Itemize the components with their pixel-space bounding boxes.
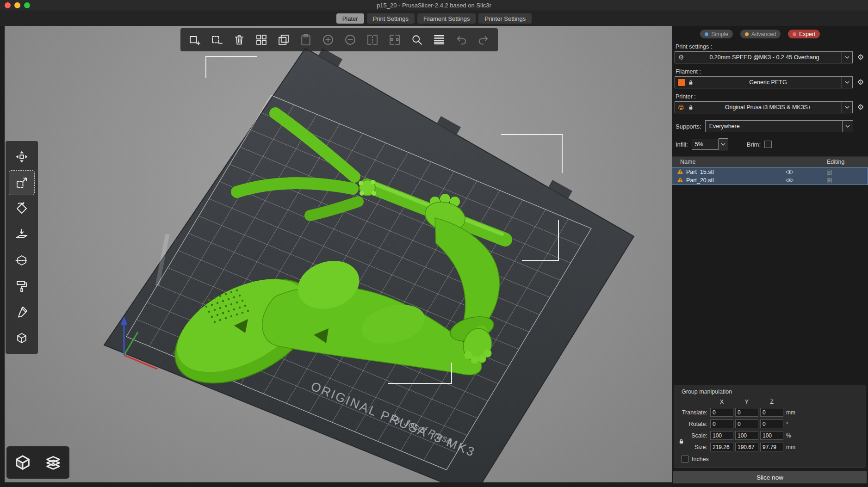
object-list-editing-header: Editing	[803, 159, 868, 165]
right-sidebar: Simple Advanced Expert Print settings : …	[672, 26, 868, 487]
supports-combo[interactable]: Everywhere	[705, 120, 853, 132]
3d-editor-view-button[interactable]	[9, 449, 36, 476]
split-to-parts-button[interactable]	[385, 31, 404, 49]
supports-dropdown-button[interactable]	[842, 121, 853, 132]
object-list-header: Name Editing	[672, 156, 868, 167]
seam-tool-button[interactable]	[9, 300, 34, 324]
3d-viewport[interactable]: ORIGINAL PRUSA i3 MK3 by Josef Prusa	[5, 26, 672, 482]
scale-z-input[interactable]	[760, 431, 783, 440]
split-to-objects-button[interactable]	[363, 31, 382, 49]
supports-value: Everywhere	[706, 123, 842, 129]
group-manipulation-panel: Group manipulation X Y Z Translate: mm R…	[674, 385, 866, 468]
simple-mode-dot-icon	[705, 32, 708, 36]
rotate-x-input[interactable]	[710, 419, 733, 428]
add-instance-button[interactable]	[318, 31, 338, 49]
axis-x-header: X	[710, 399, 733, 405]
inches-checkbox[interactable]	[682, 456, 688, 462]
brim-label: Brim:	[747, 141, 761, 148]
printer-value: Original Prusa i3 MK3S & MK3S+	[694, 104, 842, 111]
mode-simple-button[interactable]: Simple	[700, 30, 733, 38]
object-name: Part_20.stl	[683, 177, 784, 184]
warning-icon	[677, 177, 683, 184]
undo-button[interactable]	[452, 31, 471, 49]
size-x-input[interactable]	[710, 443, 733, 451]
gizmo-toolbar	[6, 141, 38, 354]
search-button[interactable]	[407, 31, 427, 49]
3d-scene[interactable]: ORIGINAL PRUSA i3 MK3 by Josef Prusa	[5, 26, 672, 482]
print-settings-label: Print settings :	[676, 43, 868, 50]
preview-sliced-view-button[interactable]	[40, 449, 67, 476]
variable-layer-height-button[interactable]	[429, 31, 449, 49]
filament-color-swatch	[675, 79, 687, 86]
delete-all-button[interactable]	[229, 31, 249, 49]
rotate-tool-button[interactable]	[9, 197, 34, 221]
remove-instance-button[interactable]	[341, 31, 360, 49]
slice-now-button[interactable]: Slice now	[673, 471, 867, 484]
tab-print-settings[interactable]: Print Settings	[367, 13, 415, 24]
tab-plater[interactable]: Plater	[336, 13, 364, 24]
main-tab-bar: Plater Print Settings Filament Settings …	[0, 11, 868, 26]
rotate-z-input[interactable]	[760, 419, 783, 428]
arrange-button[interactable]	[252, 31, 271, 49]
redo-button[interactable]	[474, 31, 493, 49]
print-settings-dropdown-button[interactable]	[842, 52, 852, 63]
filament-dropdown-button[interactable]	[842, 77, 852, 88]
scale-y-input[interactable]	[735, 431, 758, 440]
translate-label: Translate:	[678, 409, 708, 416]
filament-combo[interactable]: Generic PETG	[675, 76, 853, 88]
filament-value: Generic PETG	[694, 79, 842, 86]
tab-printer-settings[interactable]: Printer Settings	[478, 13, 532, 24]
remove-object-button[interactable]	[207, 31, 227, 49]
printer-combo[interactable]: Original Prusa i3 MK3S & MK3S+	[675, 101, 853, 113]
close-window-button[interactable]	[5, 2, 11, 8]
move-tool-button[interactable]	[9, 145, 34, 169]
object-name: Part_15.stl	[683, 169, 784, 175]
view-mode-toggle	[6, 446, 69, 479]
zoom-window-button[interactable]	[24, 2, 30, 8]
print-settings-combo[interactable]: ⚙ 0.20mm SPEED @MK3 - 0.2 45 Overhang	[675, 51, 853, 63]
mode-expert-button[interactable]: Expert	[788, 30, 820, 38]
axis-headers: X Y Z	[674, 399, 866, 405]
uniform-scale-lock-icon[interactable]	[678, 438, 684, 446]
edit-object-icon[interactable]	[825, 178, 833, 184]
tab-filament-settings[interactable]: Filament Settings	[417, 13, 476, 24]
edit-object-icon[interactable]	[825, 169, 833, 175]
brim-checkbox[interactable]	[764, 141, 772, 148]
infill-value-box[interactable]: 5%	[692, 139, 719, 150]
printer-dropdown-button[interactable]	[842, 102, 852, 113]
supports-label: Supports:	[676, 123, 701, 130]
axis-y-header: Y	[735, 399, 758, 405]
place-on-face-tool-button[interactable]	[9, 222, 34, 247]
camera-cube-button[interactable]	[9, 326, 34, 350]
copy-button[interactable]	[274, 31, 293, 49]
edit-filament-button[interactable]: ⚙	[856, 79, 865, 86]
printer-label: Printer :	[676, 93, 868, 100]
translate-y-input[interactable]	[735, 408, 758, 417]
infill-dropdown-button[interactable]	[719, 138, 728, 150]
minimize-window-button[interactable]	[14, 2, 20, 8]
object-list-row-part-20[interactable]: Part_20.stl	[672, 176, 868, 185]
visibility-eye-icon[interactable]	[784, 169, 794, 175]
object-list-row-part-15[interactable]: Part_15.stl	[672, 168, 868, 176]
scale-x-input[interactable]	[710, 431, 733, 440]
edit-print-settings-button[interactable]: ⚙	[856, 54, 865, 61]
paste-button[interactable]	[296, 31, 316, 49]
traffic-lights	[5, 0, 30, 11]
size-y-input[interactable]	[735, 443, 758, 451]
cut-tool-button[interactable]	[9, 248, 34, 272]
rotate-y-input[interactable]	[735, 419, 758, 428]
edit-printer-button[interactable]: ⚙	[856, 104, 865, 111]
infill-label: Infill:	[676, 141, 688, 148]
translate-x-input[interactable]	[710, 408, 733, 417]
print-settings-gear-icon: ⚙	[675, 54, 687, 61]
translate-unit: mm	[785, 409, 799, 416]
paint-supports-tool-button[interactable]	[9, 274, 34, 298]
scale-row: Scale: %	[674, 431, 866, 440]
visibility-eye-icon[interactable]	[784, 178, 794, 183]
mode-advanced-button[interactable]: Advanced	[740, 30, 781, 38]
size-z-input[interactable]	[760, 443, 783, 451]
rotate-label: Rotate:	[678, 421, 708, 427]
add-object-button[interactable]	[185, 31, 205, 49]
scale-tool-button[interactable]	[9, 171, 34, 195]
translate-z-input[interactable]	[760, 408, 783, 417]
